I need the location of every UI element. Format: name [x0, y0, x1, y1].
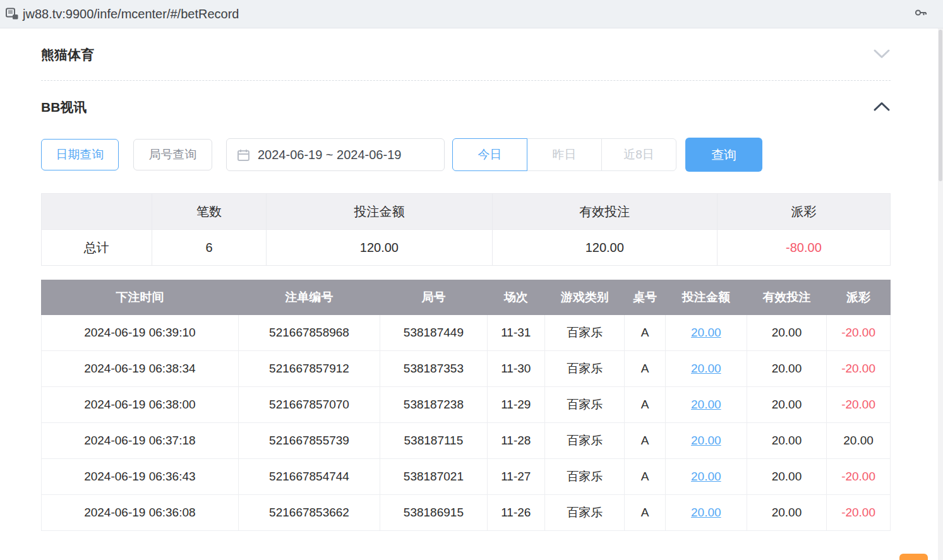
game-type-cell: 百家乐 [544, 315, 624, 351]
section-panda-sports[interactable]: 熊猫体育 [41, 28, 891, 80]
round-query-tab[interactable]: 局号查询 [133, 139, 212, 170]
table-row: 2024-06-19 06:36:43 521667854744 5381870… [42, 459, 891, 495]
last-8-days-button[interactable]: 近8日 [601, 138, 676, 171]
session-cell: 11-27 [487, 459, 544, 495]
valid-bet-cell: 20.00 [747, 315, 826, 351]
valid-bet-cell: 20.00 [747, 387, 826, 423]
summary-header-count: 笔数 [152, 194, 266, 230]
game-type-cell: 百家乐 [544, 459, 624, 495]
table-row: 2024-06-19 06:37:18 521667855739 5381871… [42, 423, 891, 459]
table-no-cell: A [625, 387, 666, 423]
floating-action-button[interactable] [899, 554, 928, 560]
game-type-cell: 百家乐 [544, 387, 624, 423]
game-type-cell: 百家乐 [544, 351, 624, 387]
header-bet-amount: 投注金额 [665, 280, 747, 315]
filter-toolbar: 日期查询 局号查询 2024-06-19 ~ 2024-06-19 今日 昨日 … [41, 138, 891, 172]
header-session: 场次 [487, 280, 544, 315]
bet-time-cell: 2024-06-19 06:37:18 [42, 423, 239, 459]
summary-payout-value: -80.00 [717, 230, 890, 266]
scrollbar[interactable] [938, 28, 943, 560]
bet-amount-link[interactable]: 20.00 [691, 326, 721, 339]
valid-bet-cell: 20.00 [747, 495, 826, 531]
table-no-cell: A [625, 423, 666, 459]
bet-time-cell: 2024-06-19 06:36:43 [42, 459, 239, 495]
payout-cell: -20.00 [827, 495, 891, 531]
header-valid-bet: 有效投注 [747, 280, 826, 315]
key-icon[interactable] [914, 6, 928, 22]
summary-header-blank [42, 194, 152, 230]
summary-bet-amount-value: 120.00 [267, 230, 493, 266]
table-no-cell: A [625, 351, 666, 387]
table-row: 2024-06-19 06:38:00 521667857070 5381872… [42, 387, 891, 423]
date-range-value[interactable]: 2024-06-19 ~ 2024-06-19 [258, 148, 401, 162]
table-no-cell: A [625, 459, 666, 495]
summary-valid-bet-value: 120.00 [492, 230, 717, 266]
yesterday-button[interactable]: 昨日 [527, 138, 602, 171]
round-no-cell: 538186915 [380, 495, 487, 531]
round-no-cell: 538187353 [380, 351, 487, 387]
round-no-cell: 538187238 [380, 387, 487, 423]
header-payout: 派彩 [827, 280, 891, 315]
bet-id-cell: 521667857912 [238, 351, 380, 387]
bet-amount-link[interactable]: 20.00 [691, 362, 721, 375]
bet-amount-link[interactable]: 20.00 [691, 434, 721, 447]
date-query-tab[interactable]: 日期查询 [41, 139, 119, 170]
chevron-down-icon[interactable] [873, 49, 891, 62]
bet-amount-link[interactable]: 20.00 [691, 470, 721, 483]
scrollbar-thumb[interactable] [939, 30, 942, 181]
session-cell: 11-28 [487, 423, 544, 459]
section-bb-title: BB视讯 [41, 98, 87, 116]
today-button[interactable]: 今日 [452, 138, 527, 171]
summary-header-row: 笔数 投注金额 有效投注 派彩 [42, 194, 891, 230]
session-cell: 11-29 [487, 387, 544, 423]
bet-time-cell: 2024-06-19 06:38:00 [42, 387, 239, 423]
header-table-no: 桌号 [625, 280, 666, 315]
session-cell: 11-26 [487, 495, 544, 531]
summary-total-label: 总计 [42, 230, 152, 266]
bet-time-cell: 2024-06-19 06:36:08 [42, 495, 239, 531]
table-no-cell: A [625, 495, 666, 531]
table-row: 2024-06-19 06:36:08 521667853662 5381869… [42, 495, 891, 531]
bet-time-cell: 2024-06-19 06:39:10 [42, 315, 239, 351]
quick-date-group: 今日 昨日 近8日 [452, 138, 676, 171]
table-row: 2024-06-19 06:39:10 521667858968 5381874… [42, 315, 891, 351]
valid-bet-cell: 20.00 [747, 423, 826, 459]
browser-address-bar[interactable]: jw88.tv:9900/infe/mcenter/#/betRecord [0, 0, 943, 28]
bet-id-cell: 521667855739 [238, 423, 380, 459]
payout-cell: -20.00 [827, 351, 891, 387]
calendar-icon [237, 148, 250, 162]
payout-cell: -20.00 [827, 387, 891, 423]
summary-header-valid-bet: 有效投注 [492, 194, 717, 230]
payout-cell: -20.00 [827, 459, 891, 495]
bet-record-table: 下注时间 注单编号 局号 场次 游戏类别 桌号 投注金额 有效投注 派彩 202… [41, 280, 891, 531]
session-cell: 11-30 [487, 351, 544, 387]
session-cell: 11-31 [487, 315, 544, 351]
bet-amount-link[interactable]: 20.00 [691, 506, 721, 519]
valid-bet-cell: 20.00 [747, 459, 826, 495]
summary-header-bet-amount: 投注金额 [267, 194, 493, 230]
table-row: 2024-06-19 06:38:34 521667857912 5381873… [42, 351, 891, 387]
valid-bet-cell: 20.00 [747, 351, 826, 387]
site-icon[interactable] [3, 6, 21, 21]
bet-id-cell: 521667858968 [238, 315, 380, 351]
header-bet-id: 注单编号 [238, 280, 380, 315]
bet-amount-link[interactable]: 20.00 [691, 398, 721, 411]
table-no-cell: A [625, 315, 666, 351]
round-no-cell: 538187449 [380, 315, 487, 351]
bet-id-cell: 521667853662 [238, 495, 380, 531]
round-no-cell: 538187021 [380, 459, 487, 495]
summary-total-row: 总计 6 120.00 120.00 -80.00 [42, 230, 891, 266]
payout-cell: -20.00 [827, 315, 891, 351]
header-game-type: 游戏类别 [544, 280, 624, 315]
date-range-picker[interactable]: 2024-06-19 ~ 2024-06-19 [226, 138, 445, 171]
chevron-up-icon[interactable] [873, 101, 891, 114]
bet-id-cell: 521667854744 [238, 459, 380, 495]
url-text[interactable]: jw88.tv:9900/infe/mcenter/#/betRecord [23, 7, 239, 21]
summary-header-payout: 派彩 [717, 194, 890, 230]
search-button[interactable]: 查询 [685, 138, 762, 172]
bet-record-page: 熊猫体育 BB视讯 日期查询 局号查询 2024-06-19 ~ [0, 28, 943, 531]
section-bb-video[interactable]: BB视讯 [41, 81, 891, 133]
header-round-no: 局号 [380, 280, 487, 315]
round-no-cell: 538187115 [380, 423, 487, 459]
game-type-cell: 百家乐 [544, 423, 624, 459]
